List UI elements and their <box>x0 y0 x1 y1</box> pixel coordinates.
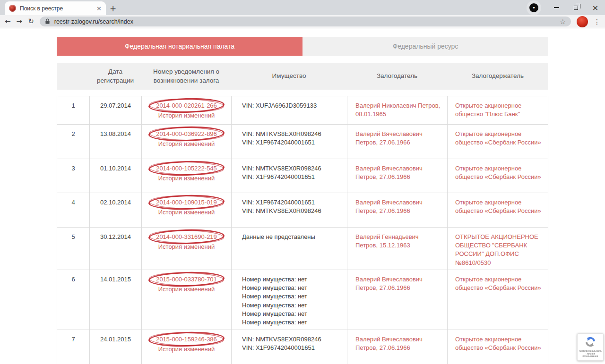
pledgor-link[interactable]: Валерий Вячеславович Петров, 27.06.1966 <box>355 130 423 146</box>
tab-federal-resource[interactable]: Федеральный ресурс <box>302 37 548 56</box>
header-property: Имущество <box>231 72 347 80</box>
table-row: 3 01.10.2014 2014-000-105222-545 История… <box>57 159 548 193</box>
property-cell: Данные не представлены <box>232 228 347 270</box>
notice-number-link[interactable]: 2015-000-159246-386 <box>156 336 217 343</box>
row-index: 4 <box>57 193 90 227</box>
notice-cell: 2014-000-036922-896 История изменений <box>142 125 232 159</box>
registry-source-tabs: Федеральная нотариальная палата Федераль… <box>57 37 548 56</box>
row-index: 7 <box>57 330 90 364</box>
history-link[interactable]: История изменений <box>142 111 231 120</box>
registration-date: 13.08.2014 <box>90 125 142 159</box>
restore-icon <box>574 6 578 10</box>
table-row: 4 02.10.2014 2014-000-109015-019 История… <box>57 193 548 228</box>
row-index: 3 <box>57 159 90 193</box>
pledgee-link[interactable]: Открытое акционерное общество «Сбербанк … <box>455 199 541 214</box>
notice-number-link[interactable]: 2014-000-036922-896 <box>156 130 217 137</box>
browser-tab-title: Поиск в реестре <box>20 5 93 12</box>
registration-date: 24.01.2015 <box>90 330 142 364</box>
back-icon[interactable]: ← <box>5 18 11 25</box>
history-link[interactable]: История изменений <box>142 174 231 183</box>
recaptcha-badge[interactable]: Конфиденциальность - Условия использован… <box>577 333 604 361</box>
page-content: Федеральная нотариальная палата Федераль… <box>0 28 605 364</box>
header-notice-number: Номер уведомления о возникновении залога <box>141 68 231 85</box>
notice-cell: 2014-000-020261-266 История изменений <box>142 96 232 124</box>
pledgor-link[interactable]: Валерий Вячеславович Петров, 27.06.1966 <box>355 276 423 291</box>
browser-menu-icon[interactable]: ⋮ <box>594 18 600 25</box>
table-row: 7 24.01.2015 2015-000-159246-386 История… <box>57 330 548 364</box>
results-table: 1 29.07.2014 2014-000-020261-266 История… <box>57 96 548 364</box>
notice-cell: 2014-000-109015-019 История изменений <box>142 193 232 227</box>
table-row: 2 13.08.2014 2014-000-036922-896 История… <box>57 125 548 159</box>
notice-number-link[interactable]: 2014-000-109015-019 <box>156 199 217 206</box>
history-link[interactable]: История изменений <box>142 345 231 354</box>
pledgee-link[interactable]: Открытое акционерное общество «Сбербанк … <box>455 130 541 146</box>
url-text: reestr-zalogov.ru/search/index <box>54 18 556 25</box>
pledgee-link[interactable]: ОТКРЫТОЕ АКЦИОНЕРНОЕ ОБЩЕСТВО "СБЕРБАНК … <box>455 233 538 266</box>
pledgee-link[interactable]: Открытое акционерное общество «Сбербанк … <box>455 165 541 180</box>
header-pledgor: Залогодатель <box>347 72 447 80</box>
pledgor-link[interactable]: Валерий Вячеславович Петров, 27.06.1966 <box>355 336 423 351</box>
property-cell: VIN: NMTKVS8EX0R098246 VIN: X1F967420400… <box>232 330 347 364</box>
history-link[interactable]: История изменений <box>142 285 231 294</box>
row-index: 2 <box>57 125 90 159</box>
reload-icon[interactable]: ↻ <box>28 18 34 25</box>
table-row: 5 30.12.2014 2014-000-331690-219 История… <box>57 228 548 270</box>
notice-cell: 2015-000-159246-386 История изменений <box>142 330 232 364</box>
restore-button[interactable] <box>566 0 586 15</box>
notice-cell: 2015-000-033780-701 История изменений <box>142 270 232 330</box>
pledgor-link[interactable]: Валерий Николаевич Петров, 08.01.1965 <box>355 102 440 118</box>
new-tab-button[interactable]: + <box>106 1 120 15</box>
close-window-button[interactable]: × <box>586 0 605 15</box>
pledgee-link[interactable]: Открытое акционерное общество «Сбербанк … <box>455 276 541 291</box>
property-cell: VIN: NMTKVS8EX0R098246 VIN: X1F967420400… <box>232 125 347 159</box>
history-link[interactable]: История изменений <box>142 208 231 217</box>
tab-close-icon[interactable]: × <box>96 5 102 12</box>
pledgee-link[interactable]: Открытое акционерное общество «Сбербанк … <box>455 336 541 351</box>
header-registration-date: Дата регистрации <box>89 68 141 85</box>
browser-toolbar: ← → ↻ reestr-zalogov.ru/search/index ☆ ⋮ <box>0 15 605 28</box>
pledgee-link[interactable]: Открытое акционерное общество "Плюс Банк… <box>455 102 521 118</box>
history-link[interactable]: История изменений <box>142 140 231 148</box>
minimize-icon <box>554 7 559 8</box>
notice-number-link[interactable]: 2014-000-331690-219 <box>156 233 217 240</box>
recaptcha-privacy-text: Конфиденциальность - Условия использован… <box>579 350 601 358</box>
recaptcha-icon <box>584 336 596 348</box>
row-index: 1 <box>57 96 90 124</box>
notice-number-link[interactable]: 2014-000-105222-545 <box>156 165 217 172</box>
history-link[interactable]: История изменений <box>142 243 231 251</box>
registration-date: 14.01.2015 <box>90 270 142 330</box>
notice-number-link[interactable]: 2015-000-033780-701 <box>156 276 217 283</box>
minimize-button[interactable] <box>547 0 566 15</box>
window-controls: ▾ × <box>529 0 605 15</box>
site-favicon-icon <box>9 5 16 12</box>
table-row: 1 29.07.2014 2014-000-020261-266 История… <box>57 96 548 125</box>
lock-icon <box>45 18 50 25</box>
registration-date: 29.07.2014 <box>90 96 142 124</box>
bookmark-star-icon[interactable]: ☆ <box>560 18 566 25</box>
property-cell: VIN: XUFJA696JD3059133 <box>232 96 347 124</box>
media-control-button[interactable]: ▾ <box>529 3 538 12</box>
property-cell: VIN: X1F96742040001651 VIN: NMTKVS8EX0R0… <box>232 193 347 227</box>
registration-date: 02.10.2014 <box>90 193 142 227</box>
pledgor-link[interactable]: Валерий Вячеславович Петров, 27.06.1966 <box>355 165 423 180</box>
registration-date: 30.12.2014 <box>90 228 142 270</box>
notice-cell: 2014-000-105222-545 История изменений <box>142 159 232 193</box>
property-cell: Номер имущества: нет Номер имущества: не… <box>232 270 347 330</box>
url-bar[interactable]: reestr-zalogov.ru/search/index ☆ <box>40 17 571 26</box>
forward-icon[interactable]: → <box>17 18 23 25</box>
table-header: Дата регистрации Номер уведомления о воз… <box>57 63 548 90</box>
header-pledgee: Залогодержатель <box>447 72 548 80</box>
row-index: 5 <box>57 228 90 270</box>
notice-number-link[interactable]: 2014-000-020261-266 <box>156 102 217 109</box>
pledgor-link[interactable]: Валерий Геннадьевич Петров, 15.12.1963 <box>355 233 419 249</box>
property-cell: VIN: NMTKVS8EX0R098246 VIN: X1F967420400… <box>232 159 347 193</box>
notice-cell: 2014-000-331690-219 История изменений <box>142 228 232 270</box>
registration-date: 01.10.2014 <box>90 159 142 193</box>
browser-tab-strip: Поиск в реестре × + ▾ × <box>0 0 605 15</box>
profile-avatar[interactable] <box>577 16 588 27</box>
browser-tab[interactable]: Поиск в реестре × <box>5 1 106 15</box>
tab-federal-notary-chamber[interactable]: Федеральная нотариальная палата <box>57 37 302 56</box>
row-index: 6 <box>57 270 90 330</box>
table-row: 6 14.01.2015 2015-000-033780-701 История… <box>57 270 548 330</box>
pledgor-link[interactable]: Валерий Вячеславович Петров, 27.06.1966 <box>355 199 423 214</box>
